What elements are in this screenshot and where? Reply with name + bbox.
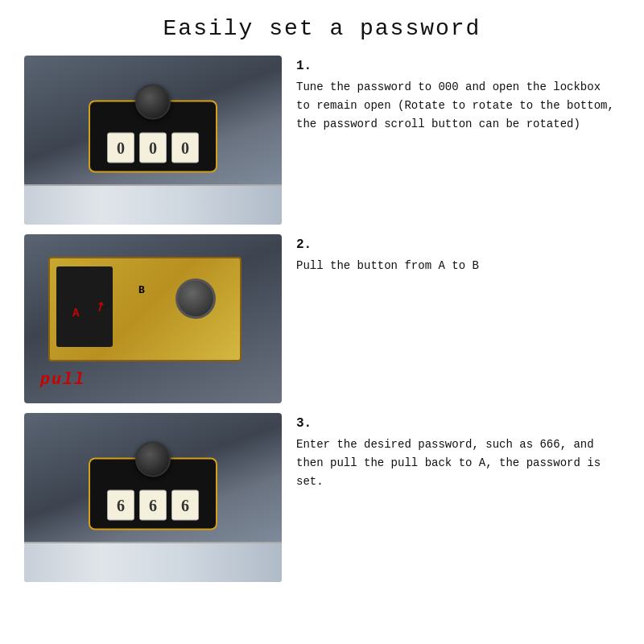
digit-6-1: 6: [107, 490, 134, 521]
combination-dial-1: [135, 85, 171, 120]
step-3-row: 6 6 6 3. Enter the desired password, suc…: [24, 413, 620, 582]
step-2-number: 2.: [296, 237, 620, 252]
digit-0-2: 0: [139, 133, 167, 163]
step-2-row: A B ↗ pull 2. Pull the button from A to …: [24, 234, 620, 403]
number-display-3: 6 6 6: [107, 490, 199, 521]
step-3-description: Enter the desired password, such as 666,…: [296, 436, 620, 491]
step-1-row: 0 0 0 1. Tune the password to 000 and op…: [24, 56, 620, 225]
step-1-image: 0 0 0: [24, 56, 282, 225]
label-b: B: [138, 284, 145, 296]
lock-cylinder: [175, 279, 216, 319]
pull-label: pull: [40, 370, 85, 389]
digit-6-3: 6: [171, 490, 199, 521]
digit-0-1: 0: [107, 133, 134, 163]
step-1-description: Tune the password to 000 and open the lo…: [296, 78, 620, 134]
step-2-image: A B ↗ pull: [24, 234, 282, 403]
lockbox-panel-3: 6 6 6: [89, 458, 217, 530]
page-container: Easily set a password 0 0 0 1. Tune the …: [0, 0, 644, 644]
step-3-image: 6 6 6: [24, 413, 282, 582]
digit-6-2: 6: [139, 490, 167, 521]
step-3-number: 3.: [296, 416, 620, 431]
step-1-number: 1.: [296, 59, 620, 73]
mechanism-panel: A B ↗: [48, 257, 242, 361]
page-title: Easily set a password: [24, 16, 620, 41]
surface-line-3: [24, 542, 282, 582]
step-2-description: Pull the button from A to B: [296, 257, 620, 275]
number-display-1: 0 0 0: [107, 133, 199, 163]
lockbox-panel-1: 0 0 0: [89, 101, 217, 173]
steps-container: 0 0 0 1. Tune the password to 000 and op…: [24, 56, 620, 582]
label-a: A: [72, 307, 79, 320]
step-1-text: 1. Tune the password to 000 and open the…: [296, 56, 620, 134]
combination-dial-3: [135, 442, 171, 477]
surface-line-1: [24, 184, 282, 225]
digit-0-3: 0: [171, 133, 199, 163]
step-3-text: 3. Enter the desired password, such as 6…: [296, 413, 620, 491]
step-2-text: 2. Pull the button from A to B: [296, 234, 620, 275]
